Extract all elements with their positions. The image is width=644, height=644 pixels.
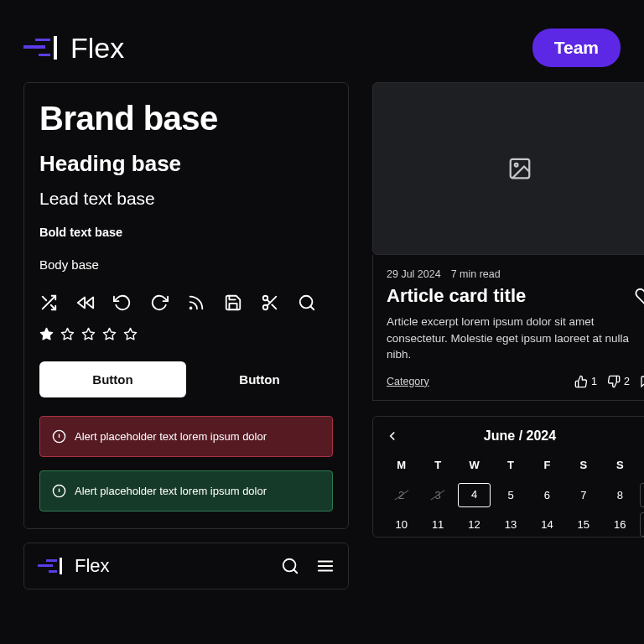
calendar-dow: S bbox=[604, 452, 636, 478]
svg-line-12 bbox=[310, 306, 314, 309]
article-read-time: 7 min read bbox=[451, 268, 501, 280]
logo-mark-icon bbox=[38, 558, 68, 574]
article-image-placeholder bbox=[372, 82, 644, 255]
calendar-day[interactable]: 16 bbox=[604, 512, 636, 537]
search-icon[interactable] bbox=[281, 557, 299, 575]
svg-line-25 bbox=[293, 569, 297, 573]
svg-line-10 bbox=[267, 299, 270, 303]
calendar-day[interactable]: 5 bbox=[494, 483, 527, 507]
info-icon bbox=[52, 429, 66, 444]
body-text: Body base bbox=[39, 257, 333, 272]
alert-success-text: Alert placeholder text lorem ipsum dolor bbox=[75, 485, 267, 497]
team-button[interactable]: Team bbox=[532, 29, 621, 67]
calendar-day[interactable]: 7 bbox=[567, 483, 600, 507]
comment-icon bbox=[640, 375, 644, 388]
scissors-icon[interactable] bbox=[261, 293, 279, 312]
app-logo: Flex bbox=[23, 32, 124, 65]
save-icon[interactable] bbox=[224, 293, 242, 312]
alert-success: Alert placeholder text lorem ipsum dolor bbox=[39, 470, 333, 512]
calendar-day[interactable]: 4 bbox=[458, 483, 491, 507]
svg-point-5 bbox=[190, 308, 192, 309]
rating-stars[interactable] bbox=[39, 327, 333, 341]
like-button[interactable]: 1 bbox=[574, 375, 597, 388]
thumbs-up-icon bbox=[574, 375, 588, 388]
svg-point-30 bbox=[515, 164, 518, 167]
chevron-left-icon[interactable] bbox=[385, 428, 400, 444]
calendar-day: 3 bbox=[421, 483, 454, 507]
star-icon[interactable] bbox=[60, 327, 75, 341]
calendar-day[interactable]: 13 bbox=[494, 512, 527, 537]
calendar-day[interactable]: 11 bbox=[421, 512, 454, 537]
article-category[interactable]: Category bbox=[387, 376, 429, 387]
primary-button[interactable]: Button bbox=[39, 361, 186, 397]
calendar-dow: T bbox=[421, 452, 454, 478]
week-number: 2 bbox=[640, 512, 644, 537]
svg-marker-13 bbox=[40, 328, 52, 339]
image-icon bbox=[507, 156, 532, 181]
svg-marker-14 bbox=[61, 328, 73, 339]
calendar-dow: M bbox=[385, 452, 418, 478]
heart-icon[interactable] bbox=[635, 287, 644, 305]
alert-error-text: Alert placeholder text lorem ipsum dolor bbox=[75, 430, 267, 443]
info-icon bbox=[52, 484, 66, 498]
icon-sample-row bbox=[39, 293, 333, 312]
calendar-day[interactable]: 14 bbox=[531, 512, 564, 537]
calendar-title: June / 2024 bbox=[484, 428, 556, 444]
calendar-day[interactable]: 6 bbox=[531, 483, 564, 507]
calendar-dow: F bbox=[531, 452, 564, 478]
article-excerpt: Article excerpt lorem ipsum dolor sit am… bbox=[387, 314, 644, 363]
calendar: June / 2024 MTWTFSS234567811011121314151… bbox=[372, 416, 644, 538]
typography-card: Brand base Heading base Lead text base B… bbox=[23, 82, 349, 529]
article-title: Article card title bbox=[387, 285, 526, 307]
secondary-button[interactable]: Button bbox=[186, 361, 333, 397]
calendar-day[interactable]: 15 bbox=[567, 512, 600, 537]
search-icon[interactable] bbox=[298, 293, 316, 312]
mini-header: Flex bbox=[23, 543, 349, 589]
svg-line-9 bbox=[272, 304, 276, 309]
logo-mark-icon bbox=[23, 36, 64, 60]
logo-text: Flex bbox=[70, 32, 124, 65]
week-number: 1 bbox=[640, 483, 644, 507]
shuffle-icon[interactable] bbox=[39, 293, 58, 312]
rotate-cw-icon[interactable] bbox=[150, 293, 169, 312]
star-icon[interactable] bbox=[123, 327, 138, 341]
star-icon[interactable] bbox=[39, 327, 54, 341]
calendar-day[interactable]: 10 bbox=[385, 512, 418, 537]
svg-line-2 bbox=[43, 297, 47, 301]
article-date: 29 Jul 2024 bbox=[387, 268, 441, 280]
brand-text: Brand base bbox=[39, 100, 333, 138]
calendar-day[interactable]: 8 bbox=[604, 483, 636, 507]
lead-text: Lead text base bbox=[39, 189, 333, 209]
like-count: 1 bbox=[591, 376, 597, 387]
rewind-icon[interactable] bbox=[76, 293, 95, 312]
alert-error: Alert placeholder text lorem ipsum dolor bbox=[39, 416, 333, 457]
bold-text: Bold text base bbox=[39, 226, 333, 239]
rss-icon[interactable] bbox=[187, 293, 205, 312]
svg-marker-3 bbox=[78, 298, 85, 309]
rotate-ccw-icon[interactable] bbox=[113, 293, 132, 312]
article-card[interactable]: 29 Jul 2024 7 min read Article card titl… bbox=[372, 255, 644, 401]
dislike-count: 2 bbox=[624, 376, 630, 387]
menu-icon[interactable] bbox=[316, 557, 335, 575]
svg-marker-15 bbox=[82, 328, 94, 339]
mini-logo: Flex bbox=[38, 555, 110, 577]
comment-button[interactable] bbox=[640, 375, 644, 388]
star-icon[interactable] bbox=[102, 327, 117, 341]
calendar-day[interactable]: 12 bbox=[458, 512, 491, 537]
calendar-dow: T bbox=[494, 452, 527, 478]
calendar-dow: S bbox=[567, 452, 600, 478]
svg-marker-17 bbox=[124, 328, 136, 339]
svg-marker-16 bbox=[103, 328, 115, 339]
heading-text: Heading base bbox=[39, 151, 333, 177]
thumbs-down-icon bbox=[607, 375, 621, 388]
dislike-button[interactable]: 2 bbox=[607, 375, 630, 388]
svg-marker-4 bbox=[86, 298, 93, 309]
calendar-dow: W bbox=[458, 452, 491, 478]
mini-logo-text: Flex bbox=[75, 555, 110, 577]
star-icon[interactable] bbox=[81, 327, 96, 341]
calendar-day: 2 bbox=[385, 483, 418, 507]
